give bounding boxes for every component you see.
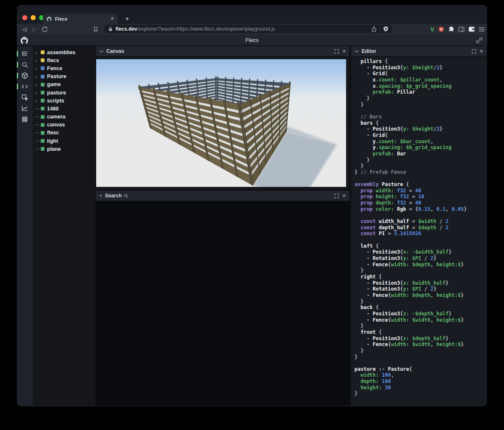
expand-chevron-icon[interactable]: ›	[35, 82, 41, 87]
code-line: front {	[354, 329, 487, 336]
3d-viewport[interactable]	[96, 59, 346, 187]
expand-chevron-icon[interactable]: ›	[35, 66, 41, 71]
entity-color-swatch	[41, 99, 45, 102]
divider	[380, 26, 380, 31]
close-panel-icon[interactable]: ✕	[342, 193, 346, 199]
tree-item-canvas[interactable]: canvas	[33, 121, 95, 129]
tree-item-label: flesc	[47, 130, 59, 136]
minimize-window-button[interactable]	[31, 15, 36, 20]
code-line: x.spacing: $p_grid_spacing	[354, 83, 487, 89]
close-panel-icon[interactable]: ✕	[342, 49, 346, 54]
url-path: /explorer/?wasm=https://www.flecs.dev/ex…	[137, 26, 275, 32]
forward-button[interactable]: ▷	[29, 26, 39, 32]
code-line: y.count: $bar_count,	[354, 139, 487, 145]
back-button[interactable]: ◁	[19, 26, 29, 32]
fullscreen-icon[interactable]	[334, 49, 339, 54]
code-line: width: 100,	[354, 372, 487, 378]
stats-chart-icon	[21, 105, 29, 112]
fullscreen-icon[interactable]	[334, 194, 339, 198]
code-line: - Position3{y: $height/2}	[354, 126, 487, 132]
brave-shield-icon[interactable]	[383, 26, 388, 32]
editor-panel-header[interactable]: Editor ✕	[351, 46, 487, 57]
wallet-icon[interactable]	[468, 26, 475, 32]
chevron-down-icon[interactable]	[99, 50, 104, 53]
share-link-icon[interactable]	[475, 37, 483, 44]
search-panel: Search ✕	[96, 191, 349, 406]
sidebar-item-data[interactable]	[21, 115, 29, 123]
tree-item-1460[interactable]: 1460	[33, 105, 95, 113]
expand-chevron-icon[interactable]: ›	[35, 90, 41, 95]
code-line: back {	[354, 304, 487, 311]
sidebar-item-tree-view[interactable]	[21, 50, 29, 58]
expand-chevron-icon[interactable]: ›	[35, 58, 41, 63]
close-window-button[interactable]	[22, 15, 27, 20]
icon-sidebar	[17, 46, 33, 406]
tree-item-flecs[interactable]: ›flecs	[33, 56, 95, 64]
code-line: - Fence{width: $depth, height:$}	[354, 292, 487, 299]
tree-item-Fence[interactable]: ›Fence	[33, 64, 95, 72]
expand-chevron-icon[interactable]: ›	[35, 98, 41, 103]
canvas-panel-header[interactable]: Canvas ✕	[96, 46, 349, 57]
code-line: - Grid{	[354, 132, 487, 139]
chevron-down-icon[interactable]	[354, 50, 359, 53]
collapsed-indicator-icon[interactable]	[100, 195, 102, 197]
share-icon[interactable]	[371, 26, 377, 32]
tree-item-flesc[interactable]: flesc	[33, 129, 95, 137]
code-icon	[21, 83, 29, 90]
tree-item-scripts[interactable]: ›scripts	[33, 97, 95, 105]
menu-icon[interactable]	[479, 27, 485, 32]
search-panel-content[interactable]	[96, 202, 349, 406]
sidebar-item-inspect[interactable]	[21, 93, 29, 102]
entity-color-swatch	[41, 75, 45, 79]
sidebar-item-stats[interactable]	[21, 104, 29, 113]
code-line: }	[354, 95, 487, 102]
code-line: prefab: Pillar	[354, 89, 487, 95]
close-panel-icon[interactable]: ✕	[480, 49, 483, 54]
sidebar-item-scene[interactable]	[21, 71, 29, 80]
tree-item-light[interactable]: light	[33, 137, 95, 145]
tree-item-plane[interactable]: plane	[33, 145, 95, 153]
red-extension-icon[interactable]	[438, 26, 444, 32]
sidebar-item-code[interactable]	[21, 82, 29, 91]
expand-chevron-icon[interactable]: ›	[35, 74, 41, 79]
browser-tab[interactable]: Flecs ✕	[43, 13, 118, 24]
sidebar-item-search[interactable]	[21, 60, 29, 69]
rows-icon	[21, 115, 29, 123]
fullscreen-icon[interactable]	[472, 49, 476, 54]
expand-chevron-icon[interactable]: ›	[35, 50, 41, 55]
extensions-puzzle-icon[interactable]	[448, 26, 454, 32]
reload-button[interactable]	[39, 26, 50, 32]
tree-item-camera[interactable]: camera	[33, 113, 95, 121]
editor-code[interactable]: pillars { - Position3{y: $height/2} - Gr…	[351, 57, 487, 406]
code-line: prefab: Bar	[354, 151, 487, 157]
new-tab-button[interactable]: +	[122, 13, 133, 24]
panel-title: Search	[105, 193, 122, 199]
code-line: prop depth: f32 = 40	[354, 200, 487, 206]
code-line: const width_half = $width / 2	[354, 218, 487, 225]
vimium-extension-icon[interactable]: V	[430, 26, 434, 33]
tree-item-Pasture[interactable]: ›Pasture	[33, 73, 95, 81]
code-line	[354, 212, 487, 218]
code-line: }	[354, 354, 487, 360]
entity-color-swatch	[41, 115, 45, 119]
tree-item-assemblies[interactable]: ›assemblies	[33, 48, 95, 56]
tree-item-game[interactable]: ›game	[33, 81, 95, 89]
tree-item-label: canvas	[47, 122, 65, 128]
reload-icon	[42, 26, 48, 32]
code-line: - Position3{z: -$depth_half}	[354, 311, 487, 317]
entity-color-swatch	[41, 131, 45, 135]
code-line: }	[354, 348, 487, 354]
address-bar[interactable]: flecs.dev/explorer/?wasm=https://www.fle…	[104, 25, 393, 33]
flecs-logo	[20, 36, 29, 45]
code-line: - Rotation3{y: $PI / 2}	[354, 255, 487, 262]
center-column: Canvas ✕	[96, 46, 349, 406]
code-line: const PI = 3.1415926	[354, 231, 487, 237]
search-panel-header[interactable]: Search ✕	[96, 191, 349, 202]
sidebar-toggle-icon[interactable]	[458, 26, 465, 32]
entity-color-swatch	[41, 123, 45, 127]
bookmarks-button[interactable]	[91, 26, 101, 32]
tree-item-pasture[interactable]: ›pasture	[33, 89, 95, 97]
cube-icon	[21, 72, 29, 79]
tab-close-icon[interactable]: ✕	[110, 16, 114, 21]
code-line: depth: 100	[354, 378, 487, 385]
